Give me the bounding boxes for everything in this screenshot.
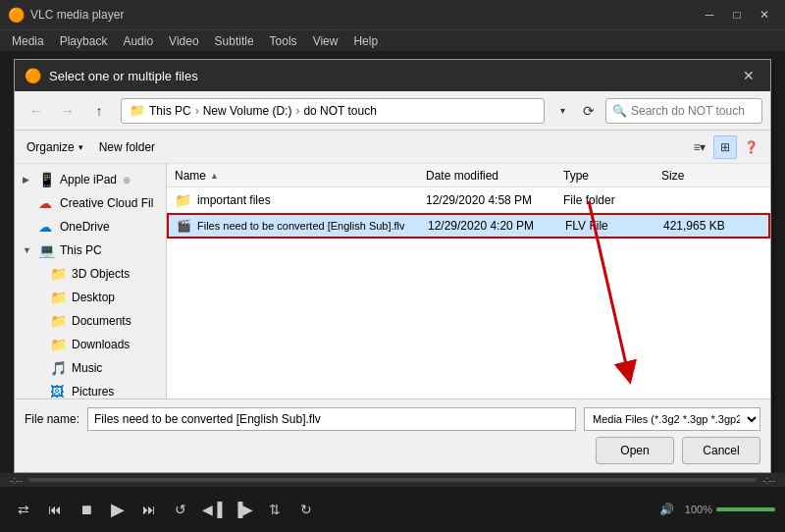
breadcrumb-this-pc[interactable]: This PC xyxy=(149,104,191,118)
frame-prev-button[interactable]: ◀▐ xyxy=(198,496,226,523)
menu-tools[interactable]: Tools xyxy=(262,32,305,50)
menu-audio[interactable]: Audio xyxy=(115,32,161,50)
pictures-icon: 🖼 xyxy=(50,384,68,399)
folder-icon: 📁 xyxy=(175,192,191,208)
stop-button[interactable]: ⏹ xyxy=(73,496,100,523)
col-header-name[interactable]: Name ▲ xyxy=(167,169,422,183)
forward-button[interactable]: → xyxy=(54,98,81,124)
organize-button[interactable]: Organize ▾ xyxy=(23,135,87,159)
sidebar-item-pictures[interactable]: 🖼 Pictures xyxy=(15,380,166,399)
next-button[interactable]: ⏭ xyxy=(135,496,163,523)
sidebar-item-music[interactable]: 🎵 Music xyxy=(15,356,166,380)
view-help-button[interactable]: ❓ xyxy=(739,135,762,159)
sidebar-item-creative-cloud[interactable]: ☁ Creative Cloud Fil xyxy=(15,191,166,215)
close-button[interactable]: ✕ xyxy=(752,5,777,25)
progress-track[interactable] xyxy=(28,478,757,482)
breadcrumb-dropdown-button[interactable]: ▾ xyxy=(552,98,572,124)
up-button[interactable]: ↑ xyxy=(85,98,113,124)
col-header-type[interactable]: Type xyxy=(559,169,657,183)
sidebar-label-this-pc: This PC xyxy=(60,243,102,257)
breadcrumb-volume[interactable]: New Volume (D:) xyxy=(203,104,292,118)
downloads-icon: 📁 xyxy=(50,337,68,352)
loop2-button[interactable]: ↻ xyxy=(292,496,320,523)
refresh-button[interactable]: ⟳ xyxy=(576,98,602,124)
col-header-size[interactable]: Size xyxy=(657,169,756,183)
col-header-date[interactable]: Date modified xyxy=(422,169,559,183)
menu-view[interactable]: View xyxy=(305,32,346,50)
sidebar-label-apple-ipad: Apple iPad xyxy=(60,173,117,186)
flv-icon: 🎬 xyxy=(177,219,191,233)
dialog-title-bar: 🟠 Select one or multiple files ✕ xyxy=(15,60,770,91)
time-end: -:-- xyxy=(762,475,775,486)
back-button[interactable]: ← xyxy=(23,98,50,124)
time-start: -:-- xyxy=(10,475,23,486)
menu-subtitle[interactable]: Subtitle xyxy=(207,32,262,50)
sidebar-label-onedrive: OneDrive xyxy=(60,220,110,234)
file-row-important-files[interactable]: 📁 important files 12/29/2020 4:58 PM Fil… xyxy=(167,187,770,213)
sidebar-item-onedrive[interactable]: ☁ OneDrive xyxy=(15,215,166,239)
vlc-player-bar: -:-- -:-- ⇄ ⏮ ⏹ ▶ ⏭ ↺ ◀▐ ▐▶ ⇅ ↻ 🔊 100% xyxy=(0,473,785,532)
dialog-actions: Open Cancel xyxy=(25,437,760,464)
sidebar-item-desktop[interactable]: 📁 Desktop xyxy=(15,286,166,309)
ipad-icon: 📱 xyxy=(38,172,56,187)
volume-icon[interactable]: 🔊 xyxy=(654,496,681,523)
file-type-dropdown[interactable]: Media Files (*.3g2 *.3gp *.3gp2 xyxy=(584,407,760,431)
breadcrumb: 📁 This PC › New Volume (D:) › do NOT tou… xyxy=(121,98,545,124)
file-size-flv: 421,965 KB xyxy=(659,219,758,233)
desktop-icon: 📁 xyxy=(50,290,68,305)
menu-playback[interactable]: Playback xyxy=(52,32,116,50)
file-name-flv: Files need to be converted [English Sub]… xyxy=(197,220,405,232)
sort-arrow-icon: ▲ xyxy=(210,171,219,181)
frame-next-button[interactable]: ▐▶ xyxy=(230,496,257,523)
dialog-content: ▶ 📱 Apple iPad ⊕ ☁ Creative Cloud Fil ☁ … xyxy=(15,164,770,399)
breadcrumb-folder-icon: 📁 xyxy=(130,103,145,118)
sidebar-item-this-pc[interactable]: ▼ 💻 This PC xyxy=(15,239,166,262)
3d-objects-icon: 📁 xyxy=(50,266,68,282)
file-name-input[interactable] xyxy=(87,407,576,431)
volume-area: 🔊 100% xyxy=(654,496,775,523)
dialog-bottom: File name: Media Files (*.3g2 *.3gp *.3g… xyxy=(15,399,770,472)
dialog-icon: 🟠 xyxy=(25,68,41,83)
creative-cloud-icon: ☁ xyxy=(38,195,56,211)
random-button[interactable]: ⇅ xyxy=(261,496,288,523)
breadcrumb-folder[interactable]: do NOT touch xyxy=(303,104,376,118)
sidebar-label-pictures: Pictures xyxy=(72,385,114,399)
sidebar: ▶ 📱 Apple iPad ⊕ ☁ Creative Cloud Fil ☁ … xyxy=(15,164,167,399)
sidebar-item-documents[interactable]: 📁 Documents xyxy=(15,309,166,333)
file-type-flv: FLV File xyxy=(561,219,659,233)
new-folder-button[interactable]: New folder xyxy=(95,135,159,159)
file-row-flv[interactable]: 🎬 Files need to be converted [English Su… xyxy=(167,213,770,239)
minimize-button[interactable]: ─ xyxy=(697,5,722,25)
volume-bar[interactable] xyxy=(716,507,775,511)
maximize-button[interactable]: □ xyxy=(724,5,750,25)
onedrive-icon: ☁ xyxy=(38,219,56,235)
loop-button[interactable]: ↺ xyxy=(167,496,194,523)
sidebar-item-apple-ipad[interactable]: ▶ 📱 Apple iPad ⊕ xyxy=(15,168,166,191)
search-input[interactable] xyxy=(631,104,778,118)
search-box: 🔍 xyxy=(605,98,762,124)
sidebar-item-3d-objects[interactable]: 📁 3D Objects xyxy=(15,262,166,286)
menu-video[interactable]: Video xyxy=(161,32,206,50)
cancel-button[interactable]: Cancel xyxy=(682,437,760,464)
menu-media[interactable]: Media xyxy=(4,32,52,50)
file-date-important: 12/29/2020 4:58 PM xyxy=(422,193,559,207)
organize-label: Organize xyxy=(26,140,75,154)
window-controls: ─ □ ✕ xyxy=(697,5,777,25)
file-list: Name ▲ Date modified Type Size 📁 importa… xyxy=(167,164,770,399)
title-bar: 🟠 VLC media player ─ □ ✕ xyxy=(0,0,785,29)
open-button[interactable]: Open xyxy=(596,437,674,464)
shuffle-button[interactable]: ⇄ xyxy=(10,496,37,523)
file-list-header: Name ▲ Date modified Type Size xyxy=(167,164,770,187)
prev-button[interactable]: ⏮ xyxy=(41,496,69,523)
play-button[interactable]: ▶ xyxy=(104,496,131,523)
sidebar-item-downloads[interactable]: 📁 Downloads xyxy=(15,333,166,356)
dialog-close-button[interactable]: ✕ xyxy=(737,66,760,85)
view-details-button[interactable]: ⊞ xyxy=(713,135,737,159)
organize-toolbar: Organize ▾ New folder ≡▾ ⊞ ❓ xyxy=(15,131,770,164)
menu-help[interactable]: Help xyxy=(345,32,386,50)
documents-icon: 📁 xyxy=(50,313,68,329)
view-list-button[interactable]: ≡▾ xyxy=(688,135,711,159)
app-icon: 🟠 xyxy=(8,7,25,23)
organize-arrow-icon: ▾ xyxy=(78,142,83,152)
thispc-expand: ▼ xyxy=(23,245,34,255)
